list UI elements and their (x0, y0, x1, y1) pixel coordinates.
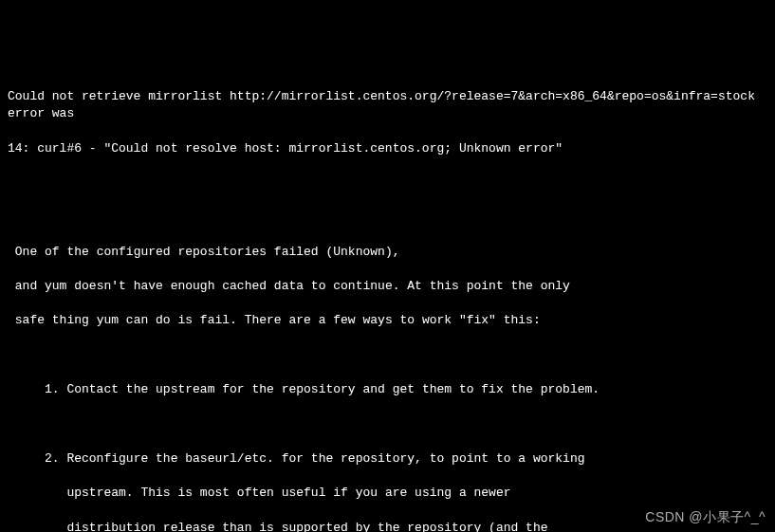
fix-2-reconfigure-baseurl: 2. Reconfigure the baseurl/etc. for the … (8, 451, 585, 466)
csdn-watermark: CSDN @小果子^_^ (645, 508, 766, 527)
fix-1-contact-upstream: 1. Contact the upstream for the reposito… (8, 382, 600, 396)
msg-repo-failed: One of the configured repositories faile… (8, 245, 399, 259)
msg-no-cache: and yum doesn't have enough cached data … (8, 279, 570, 293)
error-mirrorlist: Could not retrieve mirrorlist http://mir… (8, 89, 763, 120)
error-curl: 14: curl#6 - "Could not resolve host: mi… (8, 141, 563, 156)
terminal-output: Could not retrieve mirrorlist http://mir… (8, 71, 767, 532)
fix-2-line: upstream. This is most often useful if y… (8, 486, 511, 500)
fix-2-line: distribution release than is supported b… (8, 521, 548, 532)
msg-fix: safe thing yum can do is fail. There are… (8, 313, 541, 327)
